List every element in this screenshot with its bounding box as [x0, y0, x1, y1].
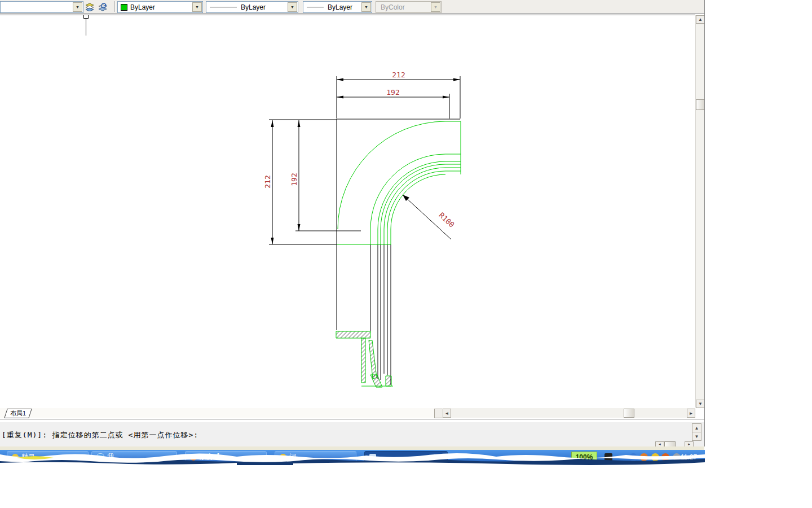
- window-icon: [369, 454, 376, 461]
- command-prompt-text: [重复(M)]: 指定位移的第二点或 <用第一点作位移>:: [2, 430, 198, 440]
- lineweight-sample-icon: [307, 7, 324, 7]
- horizontal-scroll-thumb[interactable]: [624, 409, 634, 418]
- scroll-left-icon[interactable]: ◄: [443, 409, 451, 418]
- vertical-scroll-thumb[interactable]: [696, 99, 705, 110]
- window-right-edge: [704, 0, 705, 446]
- tray-icon-star[interactable]: [651, 453, 659, 461]
- dim-top-inner: 192: [386, 88, 399, 97]
- toolbar-separator: [114, 1, 116, 12]
- cad-drawing: 212 192 212 192 R100: [0, 15, 695, 408]
- dim-top-outer: 212: [392, 71, 405, 79]
- app-icon: [96, 453, 104, 461]
- lineweight-combo[interactable]: ByLayer ▼: [303, 1, 372, 13]
- scroll-up-icon[interactable]: ▲: [696, 15, 705, 24]
- layers-stack-icon: [85, 2, 95, 11]
- taskbar-button-label: 票房【: [200, 452, 220, 462]
- linetype-combo-value: ByLayer: [241, 3, 266, 11]
- app-icon: [12, 454, 19, 461]
- scroll-right-icon[interactable]: ►: [687, 409, 695, 418]
- dimension-lines: [269, 76, 460, 244]
- layer-states-button[interactable]: [96, 1, 108, 12]
- socket-section-hatched: [336, 331, 391, 387]
- clock: 11:27: [681, 453, 697, 461]
- tray-icon-orange[interactable]: [640, 453, 648, 461]
- dim-radius: R100: [438, 211, 456, 229]
- dimension-arrows: [271, 78, 461, 245]
- scrollbar-splitter[interactable]: [434, 409, 443, 418]
- taskbar: 精灵 我 票房【 记 100% ‹ 11:27: [0, 450, 705, 465]
- tab-layout1-label: 布局1: [10, 409, 26, 418]
- taskbar-button-label: 记: [289, 452, 296, 462]
- command-window[interactable]: [重复(M)]: 指定位移的第二点或 <用第一点作位移>: ▲ ▼ ◄ ►: [0, 422, 704, 447]
- app-icon: [190, 454, 197, 461]
- lineweight-combo-value: ByLayer: [328, 3, 352, 11]
- tray-icon-dark[interactable]: [604, 453, 612, 461]
- command-scroll-up-icon[interactable]: ▲: [692, 423, 701, 432]
- cad-application-window: ▼ ByLayer ▼ ByLayer ▼: [0, 0, 705, 465]
- horizontal-scrollbar[interactable]: ◄ ►: [442, 408, 695, 418]
- chevron-down-icon: ▼: [431, 2, 440, 12]
- drawing-canvas[interactable]: 212 192 212 192 R100: [0, 15, 695, 408]
- layer-combo[interactable]: ▼: [0, 1, 83, 13]
- dim-left-inner: 192: [290, 173, 298, 186]
- taskbar-button-3[interactable]: 票房【: [185, 451, 267, 463]
- crosshair-cursor: [84, 15, 89, 36]
- taskbar-button-2[interactable]: 我: [91, 451, 177, 463]
- layout-tab-bar: 布局1 ◄ ►: [0, 408, 695, 418]
- linetype-sample-icon: [210, 7, 237, 7]
- elbow-geometry-green: [337, 121, 461, 386]
- layers-swirl-icon: [98, 2, 108, 11]
- command-scroll-down-icon[interactable]: ▼: [692, 432, 701, 441]
- color-combo[interactable]: ByLayer ▼: [117, 1, 203, 13]
- part-outline-black: [337, 119, 460, 385]
- chevron-down-icon[interactable]: ▼: [192, 2, 202, 12]
- zoom-level-badge[interactable]: 100%: [571, 452, 597, 463]
- vertical-scrollbar[interactable]: ▲ ▼: [695, 15, 705, 408]
- dim-left-outer: 212: [263, 175, 272, 188]
- scroll-down-icon[interactable]: ▼: [696, 400, 705, 408]
- plotstyle-combo-value: ByColor: [381, 3, 405, 11]
- taskbar-button-1[interactable]: 精灵: [7, 451, 89, 463]
- chevron-down-icon[interactable]: ▼: [73, 2, 82, 12]
- dimension-texts: 212 192 212 192 R100: [263, 71, 456, 229]
- color-swatch: [121, 4, 127, 11]
- layer-properties-button[interactable]: [83, 1, 95, 12]
- taskbar-button-4[interactable]: 记: [275, 451, 356, 463]
- tray-collapse-icon[interactable]: ‹: [620, 453, 622, 460]
- properties-toolbar: ▼ ByLayer ▼ ByLayer ▼: [0, 0, 705, 14]
- chevron-down-icon[interactable]: ▼: [288, 2, 297, 12]
- tray-icon-gray[interactable]: [673, 453, 681, 461]
- chevron-down-icon[interactable]: ▼: [361, 2, 371, 12]
- taskbar-button-label: 我: [107, 452, 114, 462]
- taskbar-button-label: 精灵: [21, 452, 35, 462]
- color-combo-value: ByLayer: [130, 3, 155, 11]
- plotstyle-combo: ByColor ▼: [376, 1, 442, 13]
- taskbar-button-5[interactable]: [364, 451, 448, 463]
- tray-icon-globe[interactable]: [629, 453, 637, 461]
- app-icon: [280, 454, 286, 461]
- tray-icon-flame[interactable]: [661, 453, 669, 461]
- linetype-combo[interactable]: ByLayer ▼: [206, 1, 298, 13]
- tab-layout1[interactable]: 布局1: [4, 409, 32, 418]
